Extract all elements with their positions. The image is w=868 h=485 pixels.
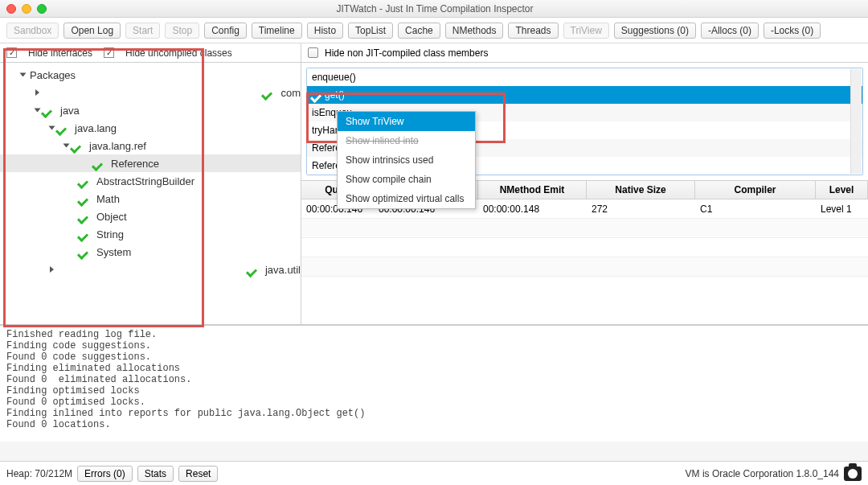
ctx-chain[interactable]: Show compile chain bbox=[338, 170, 475, 189]
method-enqueue[interactable]: enqueue() bbox=[312, 72, 356, 83]
col-native[interactable]: Native Size bbox=[587, 181, 695, 199]
hide-interfaces-checkbox[interactable] bbox=[6, 47, 17, 58]
tree-com[interactable]: com bbox=[279, 87, 301, 99]
stats-button[interactable]: Stats bbox=[137, 466, 174, 482]
suggestions-button[interactable]: Suggestions (0) bbox=[614, 23, 696, 39]
tree-asb[interactable]: AbstractStringBuilder bbox=[95, 175, 194, 187]
check-icon bbox=[79, 194, 92, 203]
col-level[interactable]: Level bbox=[816, 181, 868, 199]
openlog-button[interactable]: Open Log bbox=[63, 23, 121, 39]
cell-level: Level 1 bbox=[816, 199, 868, 218]
method-get[interactable]: get() bbox=[325, 89, 345, 101]
chevron-down-icon[interactable] bbox=[35, 109, 41, 113]
check-icon bbox=[43, 105, 55, 115]
tree-javalang[interactable]: java.lang bbox=[73, 122, 117, 134]
cell-compiler: C1 bbox=[695, 199, 816, 218]
col-compiler[interactable]: Compiler bbox=[695, 181, 816, 199]
vm-label: VM is Oracle Corporation 1.8.0_144 bbox=[686, 468, 839, 479]
errors-button[interactable]: Errors (0) bbox=[77, 466, 133, 482]
check-icon bbox=[263, 88, 276, 97]
titlebar: JITWatch - Just In Time Compilation Insp… bbox=[0, 0, 868, 18]
ctx-virtual[interactable]: Show optimized virtual calls bbox=[338, 189, 475, 208]
tree-javalangref[interactable]: java.lang.ref bbox=[88, 140, 146, 152]
tree-java[interactable]: java bbox=[59, 105, 80, 117]
threads-button[interactable]: Threads bbox=[508, 23, 558, 39]
hide-uncompiled-checkbox[interactable] bbox=[104, 47, 114, 58]
reset-button[interactable]: Reset bbox=[178, 466, 218, 482]
hide-nonjit-checkbox[interactable] bbox=[308, 47, 318, 58]
hide-uncompiled-label: Hide uncompiled classes bbox=[125, 47, 232, 59]
col-nmethod[interactable]: NMethod Emit bbox=[478, 181, 587, 199]
tree-system[interactable]: System bbox=[95, 246, 131, 258]
chevron-right-icon[interactable] bbox=[35, 89, 260, 96]
triview-button[interactable]: TriView bbox=[563, 23, 609, 39]
timeline-button[interactable]: Timeline bbox=[252, 23, 302, 39]
check-icon bbox=[248, 265, 260, 274]
cache-button[interactable]: Cache bbox=[398, 23, 440, 39]
tree-reference[interactable]: Reference bbox=[109, 158, 159, 170]
context-menu[interactable]: Show TriView Show inlined into Show intr… bbox=[337, 111, 476, 209]
toolbar: Sandbox Open Log Start Stop Config Timel… bbox=[0, 18, 868, 43]
heap-label: Heap: 70/212M bbox=[6, 468, 72, 479]
locks-button[interactable]: -Locks (0) bbox=[764, 23, 821, 39]
check-icon bbox=[312, 90, 325, 100]
check-icon bbox=[72, 141, 84, 150]
packages-root[interactable]: Packages bbox=[28, 69, 76, 81]
chevron-down-icon[interactable] bbox=[20, 73, 27, 77]
hide-nonjit-label: Hide non JIT-compiled class members bbox=[325, 47, 488, 59]
allocs-button[interactable]: -Allocs (0) bbox=[701, 23, 759, 39]
status-bar: Heap: 70/212M Errors (0) Stats Reset VM … bbox=[0, 461, 868, 485]
cell-native: 272 bbox=[587, 199, 695, 218]
packages-panel: Hide interfaces Hide uncompiled classes … bbox=[0, 43, 301, 324]
tree-math[interactable]: Math bbox=[95, 193, 120, 205]
histo-button[interactable]: Histo bbox=[307, 23, 343, 39]
tree-string[interactable]: String bbox=[95, 228, 124, 240]
nmethods-button[interactable]: NMethods bbox=[445, 23, 504, 39]
config-button[interactable]: Config bbox=[204, 23, 247, 39]
minimize-icon[interactable] bbox=[22, 4, 31, 14]
check-icon bbox=[79, 212, 92, 221]
toplist-button[interactable]: TopList bbox=[348, 23, 393, 39]
cell-nmethod: 00:00:00.148 bbox=[478, 199, 587, 218]
chevron-right-icon[interactable] bbox=[50, 266, 244, 273]
hide-interfaces-label: Hide interfaces bbox=[28, 47, 92, 59]
chevron-down-icon[interactable] bbox=[49, 126, 55, 130]
tree-javautil[interactable]: java.util bbox=[264, 264, 301, 276]
window-title: JITWatch - Just In Time Compilation Insp… bbox=[47, 3, 862, 14]
scrollbar[interactable] bbox=[850, 69, 862, 174]
ctx-inlined[interactable]: Show inlined into bbox=[338, 131, 475, 150]
maximize-icon[interactable] bbox=[37, 4, 47, 14]
check-icon bbox=[93, 158, 106, 168]
check-icon bbox=[57, 123, 70, 133]
stop-button[interactable]: Stop bbox=[165, 23, 199, 39]
log-console[interactable]: Finished reading log file. Finding code … bbox=[0, 325, 868, 442]
check-icon bbox=[79, 176, 92, 186]
tree-object[interactable]: Object bbox=[95, 211, 127, 223]
ctx-intrinsics[interactable]: Show intrinsics used bbox=[338, 150, 475, 170]
package-tree[interactable]: Packages com java java.lang java.lang.re… bbox=[0, 63, 301, 282]
start-button[interactable]: Start bbox=[125, 23, 160, 39]
chevron-down-icon[interactable] bbox=[63, 144, 70, 148]
sandbox-button[interactable]: Sandbox bbox=[6, 23, 59, 39]
traffic-lights bbox=[6, 4, 47, 14]
check-icon bbox=[79, 229, 92, 239]
check-icon bbox=[79, 247, 92, 257]
ctx-triview[interactable]: Show TriView bbox=[338, 112, 475, 131]
close-icon[interactable] bbox=[6, 4, 16, 14]
camera-icon[interactable] bbox=[844, 467, 862, 481]
